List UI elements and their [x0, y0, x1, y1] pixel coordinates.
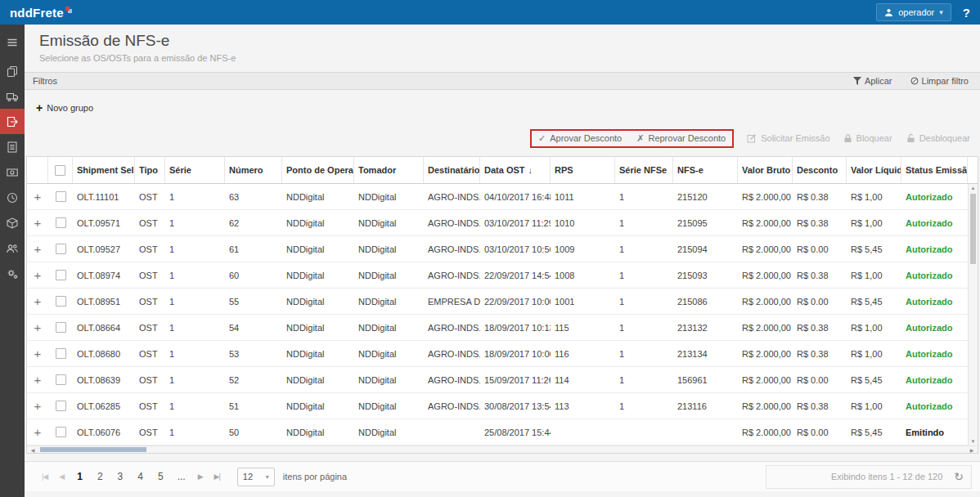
- sidebar-item-menu[interactable]: [0, 29, 25, 55]
- table-row[interactable]: + OLT.06285 OST 1 51 NDDigital NDDigital…: [27, 393, 968, 419]
- scroll-down-icon[interactable]: ▼: [969, 439, 978, 444]
- cell-tipo: OST: [135, 375, 165, 385]
- block-button[interactable]: Bloquear: [843, 133, 892, 143]
- refresh-icon[interactable]: ↻: [954, 470, 964, 483]
- col-header-numero[interactable]: Número: [225, 157, 282, 183]
- table-row[interactable]: + OLT.09527 OST 1 61 NDDigital NDDigital…: [27, 236, 968, 262]
- sidebar-item-documents[interactable]: [0, 58, 25, 83]
- pager-more-pages[interactable]: ...: [171, 471, 192, 482]
- col-header-data-ost[interactable]: Data OST↓: [480, 157, 551, 183]
- sidebar-item-nfse-emission[interactable]: [0, 109, 25, 134]
- cell-shipment-sell: OLT.08974: [73, 271, 135, 280]
- sidebar-item-report[interactable]: [0, 134, 25, 159]
- apply-filter-button[interactable]: Aplicar: [853, 76, 892, 86]
- horizontal-scrollbar[interactable]: ◀ ▶: [27, 446, 978, 453]
- logo-text: nddFrete: [10, 6, 64, 20]
- pager-page-2[interactable]: 2: [90, 471, 110, 482]
- cell-valor-liquido: R$ 1,00: [847, 271, 901, 280]
- col-header-tomador[interactable]: Tomador: [354, 157, 424, 183]
- clear-filter-button[interactable]: Limpar filtro: [910, 76, 969, 86]
- row-checkbox[interactable]: [56, 191, 66, 202]
- user-menu-button[interactable]: operador ▾: [876, 3, 951, 21]
- col-header-destinatario[interactable]: Destinatário: [424, 157, 480, 183]
- sidebar-item-shipments[interactable]: [0, 210, 25, 235]
- pager-last-button[interactable]: ▶|: [209, 472, 226, 481]
- col-header-shipment-sell[interactable]: Shipment Sell: [73, 157, 135, 183]
- pager-page-1[interactable]: 1: [70, 471, 90, 482]
- unblock-button[interactable]: Desbloquear: [906, 133, 970, 143]
- row-expand-button[interactable]: +: [27, 216, 48, 230]
- cell-status-emissao: Autorizado: [901, 244, 968, 254]
- sidebar-item-history[interactable]: [0, 185, 25, 210]
- cell-status-emissao: Autorizado: [901, 192, 968, 202]
- vertical-scrollbar[interactable]: ▲ ▼: [968, 184, 978, 446]
- row-checkbox[interactable]: [56, 322, 66, 333]
- row-expand-button[interactable]: +: [27, 242, 48, 256]
- row-checkbox[interactable]: [56, 296, 66, 307]
- table-row[interactable]: + OLT.08680 OST 1 53 NDDigital NDDigital…: [27, 341, 968, 367]
- pager-prev-button[interactable]: ◀: [53, 472, 70, 481]
- row-checkbox[interactable]: [56, 348, 66, 359]
- pager-page-5[interactable]: 5: [151, 471, 171, 482]
- reject-discount-button[interactable]: ✗ Reprovar Desconto: [636, 133, 726, 144]
- pager-page-3[interactable]: 3: [110, 471, 131, 482]
- row-checkbox[interactable]: [56, 244, 66, 254]
- col-header-tipo[interactable]: Tipo: [135, 157, 165, 183]
- pager-page-4[interactable]: 4: [130, 471, 151, 482]
- col-header-desconto[interactable]: Desconto: [793, 157, 847, 183]
- row-expand-button[interactable]: +: [27, 425, 48, 439]
- col-header-ponto-operacao[interactable]: Ponto de Opera...: [282, 157, 354, 183]
- row-expand-button[interactable]: +: [27, 399, 48, 413]
- header-scrollbar-spacer: [968, 157, 978, 183]
- row-expand-button[interactable]: +: [27, 190, 48, 204]
- horizontal-scrollbar-thumb[interactable]: [40, 447, 146, 452]
- request-emission-label: Solicitar Emissão: [761, 133, 829, 143]
- table-row[interactable]: + OLT.06076 OST 1 50 NDDigital NDDigital…: [27, 419, 968, 446]
- approve-discount-button[interactable]: ✓ Aprovar Desconto: [538, 133, 622, 144]
- col-header-valor-liquido[interactable]: Valor Líquido: [847, 157, 901, 183]
- row-checkbox[interactable]: [56, 217, 66, 228]
- pager-next-button[interactable]: ▶: [192, 472, 209, 481]
- table-row[interactable]: + OLT.08639 OST 1 52 NDDigital NDDigital…: [27, 367, 968, 393]
- scroll-up-icon[interactable]: ▲: [969, 186, 978, 190]
- table-row[interactable]: + OLT.08951 OST 1 55 NDDigital NDDigital…: [27, 289, 968, 315]
- row-expand-button[interactable]: +: [27, 294, 48, 308]
- menu-icon: [6, 36, 19, 49]
- table-row[interactable]: + OLT.08974 OST 1 60 NDDigital NDDigital…: [27, 262, 968, 289]
- row-expand-button[interactable]: +: [27, 373, 48, 387]
- sidebar-item-billing[interactable]: [0, 159, 25, 185]
- pager-first-button[interactable]: |◀: [36, 472, 53, 481]
- table-row[interactable]: + OLT.11101 OST 1 63 NDDigital NDDigital…: [27, 184, 968, 210]
- new-group-button[interactable]: + Novo grupo: [36, 101, 93, 114]
- filters-actions: Aplicar Limpar filtro: [853, 76, 969, 86]
- sidebar-item-users[interactable]: [0, 235, 25, 261]
- horizontal-scrollbar-track[interactable]: [38, 446, 966, 453]
- col-header-serie[interactable]: Série: [165, 157, 225, 183]
- pager-info: Exibindo itens 1 - 12 de 120: [831, 472, 942, 481]
- page-size-select[interactable]: 12 ▾: [237, 468, 275, 486]
- col-header-rps[interactable]: RPS: [551, 157, 615, 183]
- row-checkbox[interactable]: [56, 427, 66, 437]
- row-checkbox[interactable]: [56, 270, 66, 280]
- vertical-scrollbar-thumb[interactable]: [970, 194, 976, 264]
- row-checkbox[interactable]: [56, 401, 66, 411]
- row-expand-button[interactable]: +: [27, 268, 48, 282]
- row-expand-button[interactable]: +: [27, 347, 48, 360]
- unblock-label: Desbloquear: [919, 133, 970, 143]
- scroll-right-icon[interactable]: ▶: [966, 447, 978, 453]
- row-expand-button[interactable]: +: [27, 320, 48, 334]
- col-header-nfse[interactable]: NFS-e: [673, 157, 738, 183]
- select-all-checkbox[interactable]: [55, 165, 65, 176]
- help-button[interactable]: ?: [963, 6, 970, 20]
- scroll-left-icon[interactable]: ◀: [27, 447, 38, 453]
- app-logo[interactable]: nddFrete: [10, 6, 70, 20]
- table-row[interactable]: + OLT.08664 OST 1 54 NDDigital NDDigital…: [27, 315, 968, 341]
- col-header-valor-bruto[interactable]: Valor Bruto: [738, 157, 793, 183]
- request-emission-button[interactable]: Solicitar Emissão: [747, 133, 829, 143]
- sidebar-item-freight[interactable]: [0, 83, 25, 109]
- row-checkbox[interactable]: [56, 374, 66, 385]
- table-row[interactable]: + OLT.09571 OST 1 62 NDDigital NDDigital…: [27, 210, 968, 236]
- col-header-serie-nfse[interactable]: Série NFSe: [615, 157, 673, 183]
- sidebar-item-settings[interactable]: [0, 261, 25, 286]
- col-header-status-emissao[interactable]: Status Emissão: [901, 157, 968, 183]
